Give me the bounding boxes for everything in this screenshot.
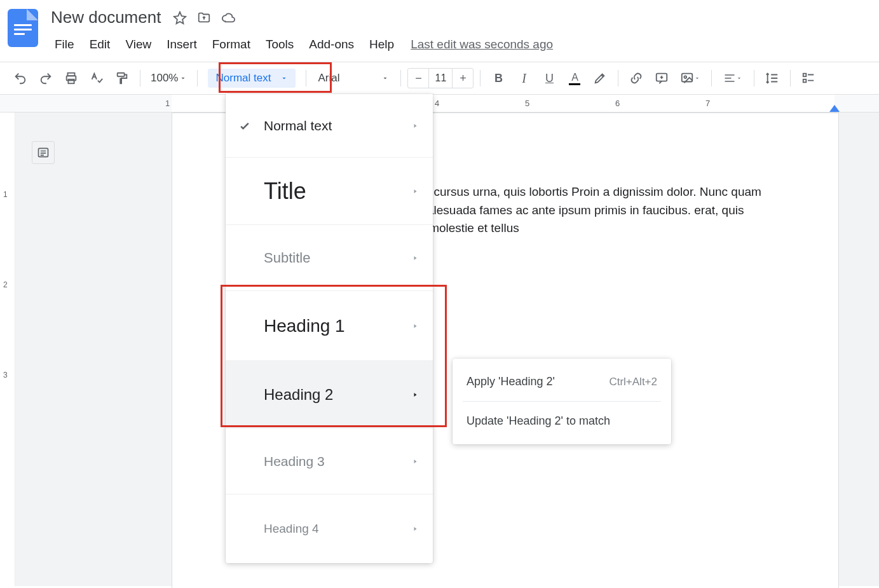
- underline-button[interactable]: U: [538, 67, 561, 90]
- ruler-label: 4: [435, 99, 439, 108]
- check-icon: [237, 120, 252, 132]
- style-label: Heading 4: [264, 522, 319, 536]
- menu-bar: File Edit View Insert Format Tools Add-o…: [48, 34, 871, 55]
- submenu-apply-label: Apply 'Heading 2': [467, 375, 555, 388]
- text-color-button[interactable]: A: [563, 67, 586, 90]
- menu-edit[interactable]: Edit: [83, 34, 117, 55]
- style-label: Heading 3: [264, 454, 325, 469]
- zoom-value: 100%: [151, 72, 178, 85]
- chevron-right-icon: [411, 254, 419, 262]
- insert-image-button[interactable]: [676, 67, 705, 90]
- menu-file[interactable]: File: [48, 34, 81, 55]
- style-label: Subtitle: [264, 250, 310, 266]
- style-option-title[interactable]: Title: [226, 158, 433, 225]
- italic-button[interactable]: I: [512, 67, 535, 90]
- paint-format-button[interactable]: [111, 67, 133, 90]
- chevron-right-icon: [411, 525, 419, 533]
- menu-insert[interactable]: Insert: [160, 34, 203, 55]
- chevron-right-icon: [411, 458, 419, 465]
- chevron-right-icon: [411, 391, 419, 399]
- ruler-label: 1: [165, 99, 170, 108]
- redo-button[interactable]: [34, 67, 57, 90]
- ruler-label: 7: [705, 99, 710, 108]
- svg-rect-3: [118, 73, 125, 77]
- horizontal-ruler[interactable]: 1 2 3 4 5 6 7: [0, 95, 879, 113]
- paragraph-styles-select[interactable]: Normal text: [208, 69, 296, 88]
- add-comment-button[interactable]: [650, 67, 673, 90]
- vertical-ruler[interactable]: 1 2 3: [0, 113, 15, 586]
- chevron-right-icon: [411, 188, 419, 195]
- styles-current-label: Normal text: [215, 72, 271, 85]
- print-button[interactable]: [60, 67, 83, 90]
- chevron-right-icon: [411, 122, 419, 130]
- checklist-button[interactable]: [797, 67, 820, 90]
- menu-view[interactable]: View: [119, 34, 158, 55]
- style-label: Heading 1: [264, 316, 345, 336]
- undo-button[interactable]: [9, 67, 32, 90]
- submenu-separator: [463, 401, 661, 402]
- svg-rect-8: [803, 79, 807, 83]
- content-area: 1 2 3 consectetur adipiscing elit. Mauri…: [0, 113, 879, 586]
- submenu-apply-heading-2[interactable]: Apply 'Heading 2' Ctrl+Alt+2: [453, 366, 671, 397]
- font-size-input[interactable]: [428, 69, 453, 88]
- font-size-group: − +: [407, 68, 474, 88]
- header: New document File Edit View Insert Forma…: [0, 0, 879, 55]
- menu-help[interactable]: Help: [363, 34, 400, 55]
- cloud-status-icon[interactable]: [221, 10, 236, 25]
- submenu-apply-shortcut: Ctrl+Alt+2: [609, 376, 657, 388]
- style-label: Normal text: [264, 118, 332, 133]
- star-icon[interactable]: [172, 10, 187, 25]
- font-family-select[interactable]: Arial: [313, 72, 394, 85]
- menu-addons[interactable]: Add-ons: [303, 34, 360, 55]
- style-option-heading-3[interactable]: Heading 3: [226, 428, 433, 495]
- align-button[interactable]: [718, 67, 747, 90]
- font-size-increase[interactable]: +: [453, 69, 473, 88]
- font-label: Arial: [318, 72, 339, 85]
- style-option-heading-4[interactable]: Heading 4: [226, 495, 433, 563]
- style-option-heading-1[interactable]: Heading 1: [226, 291, 433, 361]
- zoom-select[interactable]: 100%: [147, 72, 191, 85]
- document-outline-button[interactable]: [32, 141, 55, 164]
- toolbar: 100% Normal text Arial − + B I U A: [0, 62, 879, 95]
- svg-rect-7: [803, 74, 807, 77]
- right-indent-marker[interactable]: [829, 105, 840, 112]
- vruler-label: 2: [3, 280, 8, 289]
- style-label: Heading 2: [264, 386, 333, 404]
- ruler-label: 6: [615, 99, 620, 108]
- vruler-label: 3: [3, 371, 8, 379]
- vruler-label: 1: [3, 190, 8, 199]
- style-option-heading-2[interactable]: Heading 2: [226, 361, 433, 428]
- document-title[interactable]: New document: [48, 5, 163, 30]
- insert-link-button[interactable]: [625, 67, 648, 90]
- style-label: Title: [264, 178, 306, 205]
- menu-tools[interactable]: Tools: [259, 34, 300, 55]
- font-size-decrease[interactable]: −: [408, 69, 428, 88]
- ruler-label: 5: [525, 99, 529, 108]
- menu-format[interactable]: Format: [206, 34, 257, 55]
- heading-2-submenu: Apply 'Heading 2' Ctrl+Alt+2 Update 'Hea…: [453, 359, 671, 444]
- submenu-update-heading-2[interactable]: Update 'Heading 2' to match: [453, 406, 671, 437]
- move-to-folder-icon[interactable]: [196, 10, 212, 25]
- chevron-right-icon: [411, 322, 419, 330]
- spellcheck-button[interactable]: [85, 67, 108, 90]
- style-option-subtitle[interactable]: Subtitle: [226, 225, 433, 291]
- svg-point-6: [685, 76, 687, 78]
- bold-button[interactable]: B: [487, 67, 510, 90]
- highlight-button[interactable]: [589, 67, 611, 90]
- submenu-update-label: Update 'Heading 2' to match: [467, 414, 610, 428]
- style-option-normal-text[interactable]: Normal text: [226, 94, 433, 158]
- paragraph-styles-dropdown: Normal text Title Subtitle Heading 1 Hea…: [226, 94, 433, 563]
- last-edit-link[interactable]: Last edit was seconds ago: [403, 34, 561, 55]
- line-spacing-button[interactable]: [761, 67, 784, 90]
- docs-logo-icon[interactable]: [8, 9, 38, 47]
